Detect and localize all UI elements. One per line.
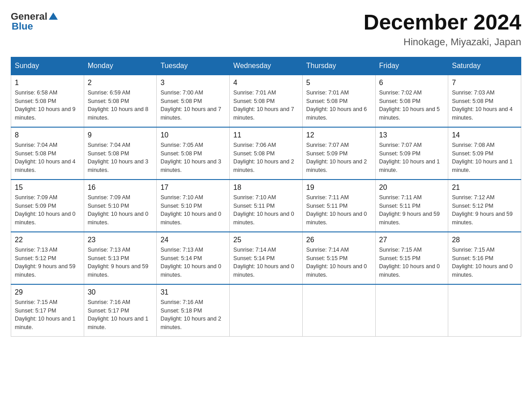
day-info: Sunrise: 7:08 AMSunset: 5:09 PMDaylight:… bbox=[452, 141, 517, 175]
svg-marker-0 bbox=[49, 13, 58, 20]
day-info: Sunrise: 7:11 AMSunset: 5:11 PMDaylight:… bbox=[306, 193, 372, 227]
day-info: Sunrise: 7:04 AMSunset: 5:08 PMDaylight:… bbox=[88, 141, 153, 175]
day-info: Sunrise: 7:07 AMSunset: 5:09 PMDaylight:… bbox=[379, 141, 445, 175]
day-info: Sunrise: 7:04 AMSunset: 5:08 PMDaylight:… bbox=[15, 141, 80, 175]
calendar-week-row: 22Sunrise: 7:13 AMSunset: 5:12 PMDayligh… bbox=[11, 232, 521, 284]
col-saturday: Saturday bbox=[448, 57, 521, 75]
day-info: Sunrise: 7:05 AMSunset: 5:08 PMDaylight:… bbox=[160, 141, 226, 175]
calendar-cell: 8Sunrise: 7:04 AMSunset: 5:08 PMDaylight… bbox=[11, 127, 84, 180]
day-info: Sunrise: 7:11 AMSunset: 5:11 PMDaylight:… bbox=[379, 193, 445, 227]
calendar-cell bbox=[375, 284, 448, 337]
day-info: Sunrise: 7:14 AMSunset: 5:14 PMDaylight:… bbox=[233, 246, 299, 279]
day-number: 16 bbox=[88, 184, 153, 192]
col-tuesday: Tuesday bbox=[157, 57, 230, 75]
col-monday: Monday bbox=[84, 57, 157, 75]
day-number: 28 bbox=[452, 236, 517, 244]
day-number: 7 bbox=[452, 79, 517, 87]
calendar-cell: 15Sunrise: 7:09 AMSunset: 5:09 PMDayligh… bbox=[11, 180, 84, 232]
day-info: Sunrise: 7:13 AMSunset: 5:12 PMDaylight:… bbox=[15, 246, 80, 279]
day-info: Sunrise: 7:09 AMSunset: 5:09 PMDaylight:… bbox=[15, 193, 80, 227]
day-info: Sunrise: 7:01 AMSunset: 5:08 PMDaylight:… bbox=[306, 89, 372, 122]
calendar-cell: 19Sunrise: 7:11 AMSunset: 5:11 PMDayligh… bbox=[302, 180, 375, 232]
calendar-cell: 26Sunrise: 7:14 AMSunset: 5:15 PMDayligh… bbox=[302, 232, 375, 284]
day-number: 11 bbox=[233, 131, 299, 139]
calendar-cell: 7Sunrise: 7:03 AMSunset: 5:08 PMDaylight… bbox=[448, 75, 521, 127]
calendar-cell: 1Sunrise: 6:58 AMSunset: 5:08 PMDaylight… bbox=[11, 75, 84, 127]
col-sunday: Sunday bbox=[11, 57, 84, 75]
day-number: 15 bbox=[15, 184, 80, 192]
day-info: Sunrise: 7:02 AMSunset: 5:08 PMDaylight:… bbox=[379, 89, 445, 122]
day-number: 13 bbox=[379, 131, 445, 139]
day-number: 22 bbox=[15, 236, 80, 244]
calendar-cell: 27Sunrise: 7:15 AMSunset: 5:15 PMDayligh… bbox=[375, 232, 448, 284]
calendar-cell: 29Sunrise: 7:15 AMSunset: 5:17 PMDayligh… bbox=[11, 284, 84, 337]
day-number: 2 bbox=[88, 79, 153, 87]
logo-blue-text: Blue bbox=[12, 21, 33, 32]
calendar-cell: 28Sunrise: 7:15 AMSunset: 5:16 PMDayligh… bbox=[448, 232, 521, 284]
calendar-cell: 16Sunrise: 7:09 AMSunset: 5:10 PMDayligh… bbox=[84, 180, 157, 232]
calendar-cell: 6Sunrise: 7:02 AMSunset: 5:08 PMDaylight… bbox=[375, 75, 448, 127]
month-title: December 2024 bbox=[364, 11, 521, 34]
day-info: Sunrise: 7:10 AMSunset: 5:11 PMDaylight:… bbox=[233, 193, 299, 227]
title-block: December 2024 Hinokage, Miyazaki, Japan bbox=[364, 11, 521, 48]
calendar-cell: 9Sunrise: 7:04 AMSunset: 5:08 PMDaylight… bbox=[84, 127, 157, 180]
day-info: Sunrise: 7:15 AMSunset: 5:16 PMDaylight:… bbox=[452, 246, 517, 279]
day-info: Sunrise: 7:16 AMSunset: 5:17 PMDaylight:… bbox=[88, 298, 153, 332]
calendar-cell: 23Sunrise: 7:13 AMSunset: 5:13 PMDayligh… bbox=[84, 232, 157, 284]
day-number: 27 bbox=[379, 236, 445, 244]
logo: General Blue bbox=[11, 11, 58, 32]
day-number: 12 bbox=[306, 131, 372, 139]
day-number: 25 bbox=[233, 236, 299, 244]
calendar-cell: 17Sunrise: 7:10 AMSunset: 5:10 PMDayligh… bbox=[157, 180, 230, 232]
calendar-cell: 20Sunrise: 7:11 AMSunset: 5:11 PMDayligh… bbox=[375, 180, 448, 232]
calendar-cell: 21Sunrise: 7:12 AMSunset: 5:12 PMDayligh… bbox=[448, 180, 521, 232]
col-wednesday: Wednesday bbox=[230, 57, 303, 75]
day-info: Sunrise: 7:15 AMSunset: 5:17 PMDaylight:… bbox=[15, 298, 80, 332]
day-number: 19 bbox=[306, 184, 372, 192]
day-info: Sunrise: 6:58 AMSunset: 5:08 PMDaylight:… bbox=[15, 89, 80, 122]
calendar-cell: 12Sunrise: 7:07 AMSunset: 5:09 PMDayligh… bbox=[302, 127, 375, 180]
calendar-cell: 22Sunrise: 7:13 AMSunset: 5:12 PMDayligh… bbox=[11, 232, 84, 284]
calendar-cell: 3Sunrise: 7:00 AMSunset: 5:08 PMDaylight… bbox=[157, 75, 230, 127]
calendar-cell bbox=[230, 284, 303, 337]
calendar-cell: 11Sunrise: 7:06 AMSunset: 5:08 PMDayligh… bbox=[230, 127, 303, 180]
calendar-cell: 24Sunrise: 7:13 AMSunset: 5:14 PMDayligh… bbox=[157, 232, 230, 284]
calendar-cell bbox=[302, 284, 375, 337]
calendar-cell: 14Sunrise: 7:08 AMSunset: 5:09 PMDayligh… bbox=[448, 127, 521, 180]
calendar-cell: 4Sunrise: 7:01 AMSunset: 5:08 PMDaylight… bbox=[230, 75, 303, 127]
calendar-cell: 2Sunrise: 6:59 AMSunset: 5:08 PMDaylight… bbox=[84, 75, 157, 127]
calendar-cell: 31Sunrise: 7:16 AMSunset: 5:18 PMDayligh… bbox=[157, 284, 230, 337]
calendar-week-row: 15Sunrise: 7:09 AMSunset: 5:09 PMDayligh… bbox=[11, 180, 521, 232]
day-info: Sunrise: 7:00 AMSunset: 5:08 PMDaylight:… bbox=[160, 89, 226, 122]
day-number: 30 bbox=[88, 288, 153, 296]
calendar-cell bbox=[448, 284, 521, 337]
day-number: 23 bbox=[88, 236, 153, 244]
day-number: 29 bbox=[15, 288, 80, 296]
day-number: 26 bbox=[306, 236, 372, 244]
day-number: 6 bbox=[379, 79, 445, 87]
calendar-cell: 25Sunrise: 7:14 AMSunset: 5:14 PMDayligh… bbox=[230, 232, 303, 284]
calendar-cell: 13Sunrise: 7:07 AMSunset: 5:09 PMDayligh… bbox=[375, 127, 448, 180]
header-row: Sunday Monday Tuesday Wednesday Thursday… bbox=[11, 57, 521, 75]
day-number: 10 bbox=[160, 131, 226, 139]
day-number: 1 bbox=[15, 79, 80, 87]
day-info: Sunrise: 7:10 AMSunset: 5:10 PMDaylight:… bbox=[160, 193, 226, 227]
day-number: 8 bbox=[15, 131, 80, 139]
day-info: Sunrise: 7:12 AMSunset: 5:12 PMDaylight:… bbox=[452, 193, 517, 227]
calendar-week-row: 8Sunrise: 7:04 AMSunset: 5:08 PMDaylight… bbox=[11, 127, 521, 180]
day-info: Sunrise: 7:07 AMSunset: 5:09 PMDaylight:… bbox=[306, 141, 372, 175]
page-header: General Blue December 2024 Hinokage, Miy… bbox=[11, 11, 521, 48]
logo-triangle-icon bbox=[48, 12, 58, 21]
day-number: 3 bbox=[160, 79, 226, 87]
calendar-cell: 18Sunrise: 7:10 AMSunset: 5:11 PMDayligh… bbox=[230, 180, 303, 232]
day-info: Sunrise: 7:15 AMSunset: 5:15 PMDaylight:… bbox=[379, 246, 445, 279]
day-number: 24 bbox=[160, 236, 226, 244]
day-number: 5 bbox=[306, 79, 372, 87]
calendar-week-row: 1Sunrise: 6:58 AMSunset: 5:08 PMDaylight… bbox=[11, 75, 521, 127]
day-info: Sunrise: 7:13 AMSunset: 5:14 PMDaylight:… bbox=[160, 246, 226, 279]
day-number: 9 bbox=[88, 131, 153, 139]
day-number: 17 bbox=[160, 184, 226, 192]
day-number: 18 bbox=[233, 184, 299, 192]
calendar-body: 1Sunrise: 6:58 AMSunset: 5:08 PMDaylight… bbox=[11, 75, 521, 337]
day-info: Sunrise: 7:03 AMSunset: 5:08 PMDaylight:… bbox=[452, 89, 517, 122]
